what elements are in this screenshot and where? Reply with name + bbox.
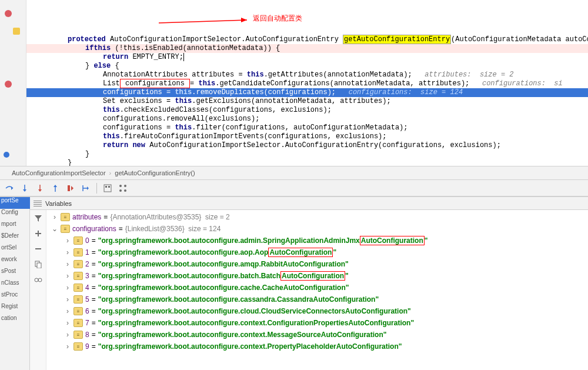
step-over-button[interactable]	[2, 181, 16, 195]
svg-rect-17	[37, 263, 41, 268]
code-line[interactable]: return new AutoConfigurationImportSelect…	[26, 141, 588, 150]
editor-gutter	[0, 0, 26, 166]
frame-tab[interactable]: portSe	[0, 197, 30, 209]
filter-icon[interactable]	[32, 212, 44, 224]
field-icon: ≡	[74, 284, 83, 292]
variable-row[interactable]: ›≡attributes={AnnotationAttributes@3535}…	[46, 211, 588, 223]
code-line[interactable]: List configurations = this.getCandidateC…	[26, 79, 588, 88]
force-step-into-button[interactable]	[33, 181, 47, 195]
code-line[interactable]: configurations = this.filter(configurati…	[26, 124, 588, 132]
run-to-cursor-button[interactable]	[79, 181, 93, 195]
code-line[interactable]: this.fireAutoConfigurationImportEvents(c…	[26, 132, 588, 141]
breadcrumb-method[interactable]: getAutoConfigurationEntry()	[115, 169, 195, 176]
variable-item-row[interactable]: ›≡1="org.springframework.boot.autoconfig…	[46, 246, 588, 258]
variables-panel: portSeConfigmport$DeferortSeleworksPostn…	[0, 196, 588, 370]
step-out-button[interactable]	[48, 181, 62, 195]
field-icon: ≡	[74, 272, 83, 280]
svg-marker-7	[71, 186, 74, 191]
code-line[interactable]: }	[26, 150, 588, 159]
tree-toggle-icon[interactable]: ›	[64, 272, 71, 280]
svg-point-19	[38, 278, 42, 282]
trace-button[interactable]	[116, 181, 130, 195]
field-icon: ≡	[74, 260, 83, 268]
field-icon: ≡	[74, 319, 83, 327]
frame-tab[interactable]: mport	[0, 221, 30, 232]
remove-watch-icon[interactable]	[32, 243, 44, 255]
tree-toggle-icon[interactable]: ⌄	[51, 225, 58, 233]
frames-tabs: portSeConfigmport$DeferortSeleworksPostn…	[0, 197, 30, 370]
svg-rect-11	[108, 186, 110, 188]
code-line[interactable]: protected AutoConfigurationImportSelecto…	[26, 35, 588, 44]
variable-item-row[interactable]: ›≡9="org.springframework.boot.autoconfig…	[46, 341, 588, 352]
tree-toggle-icon[interactable]: ›	[64, 319, 71, 327]
code-line[interactable]: ifthis (!this.isEnabled(annotationMetada…	[26, 44, 588, 53]
svg-point-13	[124, 185, 126, 187]
breadcrumb-bar: AutoConfigurationImportSelector › getAut…	[0, 166, 588, 180]
tree-toggle-icon[interactable]: ›	[64, 236, 71, 245]
svg-marker-4	[38, 189, 42, 192]
code-line[interactable]: configurations.removeAll(exclusions);	[26, 115, 588, 124]
code-line[interactable]: }	[26, 159, 588, 166]
svg-point-18	[35, 278, 38, 282]
variables-header-icon	[34, 201, 42, 206]
variable-item-row[interactable]: ›≡0="org.springframework.boot.autoconfig…	[46, 235, 588, 246]
debug-toolbar	[0, 180, 588, 196]
field-icon: ≡	[61, 213, 70, 221]
variable-item-row[interactable]: ›≡2="org.springframework.boot.autoconfig…	[46, 258, 588, 270]
code-line[interactable]: Set exclusions = this.getExclusions(anno…	[26, 97, 588, 106]
code-content[interactable]: 返回自动配置类 protected AutoConfigurationImpor…	[26, 0, 588, 166]
tree-toggle-icon[interactable]: ›	[64, 295, 71, 304]
frame-tab[interactable]: Config	[0, 209, 30, 221]
variable-row[interactable]: ⌄≡configurations={LinkedList@3536} size …	[46, 223, 588, 235]
variable-item-row[interactable]: ›≡7="org.springframework.boot.autoconfig…	[46, 317, 588, 329]
tree-toggle-icon[interactable]: ›	[64, 260, 71, 268]
variables-title: Variables	[45, 200, 72, 207]
add-watch-icon[interactable]	[32, 228, 44, 239]
variables-tree[interactable]: ›≡attributes={AnnotationAttributes@3535}…	[46, 210, 588, 370]
breadcrumb-class[interactable]: AutoConfigurationImportSelector	[12, 169, 106, 176]
svg-marker-1	[241, 18, 247, 22]
variable-item-row[interactable]: ›≡6="org.springframework.boot.autoconfig…	[46, 305, 588, 317]
breakpoint-icon[interactable]	[5, 10, 12, 17]
variable-item-row[interactable]: ›≡3="org.springframework.boot.autoconfig…	[46, 270, 588, 282]
field-icon: ≡	[61, 225, 70, 233]
code-line[interactable]: } else {	[26, 62, 588, 71]
drop-frame-button[interactable]	[64, 181, 78, 195]
glasses-icon[interactable]	[32, 274, 44, 285]
variables-header: Variables	[30, 197, 588, 210]
frame-tab[interactable]: ortSel	[0, 244, 30, 256]
step-into-button[interactable]	[18, 181, 32, 195]
frame-tab[interactable]: Regist	[0, 303, 30, 315]
tree-toggle-icon[interactable]: ›	[64, 331, 71, 339]
field-icon: ≡	[74, 248, 83, 256]
breadcrumb-separator: ›	[109, 169, 112, 176]
frame-tab[interactable]: nClass	[0, 279, 30, 291]
variable-item-row[interactable]: ›≡4="org.springframework.boot.autoconfig…	[46, 282, 588, 294]
svg-rect-10	[105, 186, 107, 188]
tree-toggle-icon[interactable]: ›	[64, 342, 71, 351]
field-icon: ≡	[74, 236, 83, 245]
variable-item-row[interactable]: ›≡5="org.springframework.boot.autoconfig…	[46, 294, 588, 305]
code-line[interactable]: return EMPTY_ENTRY;	[26, 53, 588, 62]
frame-tab[interactable]: cation	[0, 315, 30, 326]
svg-point-12	[119, 185, 122, 187]
code-line[interactable]: AnnotationAttributes attributes = this.g…	[26, 71, 588, 79]
frame-tab[interactable]: ework	[0, 256, 30, 268]
tree-toggle-icon[interactable]: ›	[51, 213, 58, 221]
frame-tab[interactable]: stProc	[0, 291, 30, 303]
breakpoint-icon[interactable]	[5, 81, 12, 88]
tree-toggle-icon[interactable]: ›	[64, 248, 71, 256]
field-icon: ≡	[74, 307, 83, 315]
variable-item-row[interactable]: ›≡8="org.springframework.boot.autoconfig…	[46, 329, 588, 341]
tree-toggle-icon[interactable]: ›	[64, 307, 71, 315]
frame-tab[interactable]: sPost	[0, 268, 30, 279]
frame-tab[interactable]: $Defer	[0, 232, 30, 244]
evaluate-expression-button[interactable]	[101, 181, 115, 195]
bulb-icon[interactable]	[13, 28, 20, 35]
code-line[interactable]: configurations = this.removeDuplicates(c…	[26, 88, 588, 97]
field-icon: ≡	[74, 342, 83, 351]
method-marker-icon	[4, 152, 9, 158]
copy-icon[interactable]	[32, 258, 44, 270]
code-line[interactable]: this.checkExcludedClasses(configurations…	[26, 106, 588, 115]
tree-toggle-icon[interactable]: ›	[64, 284, 71, 292]
